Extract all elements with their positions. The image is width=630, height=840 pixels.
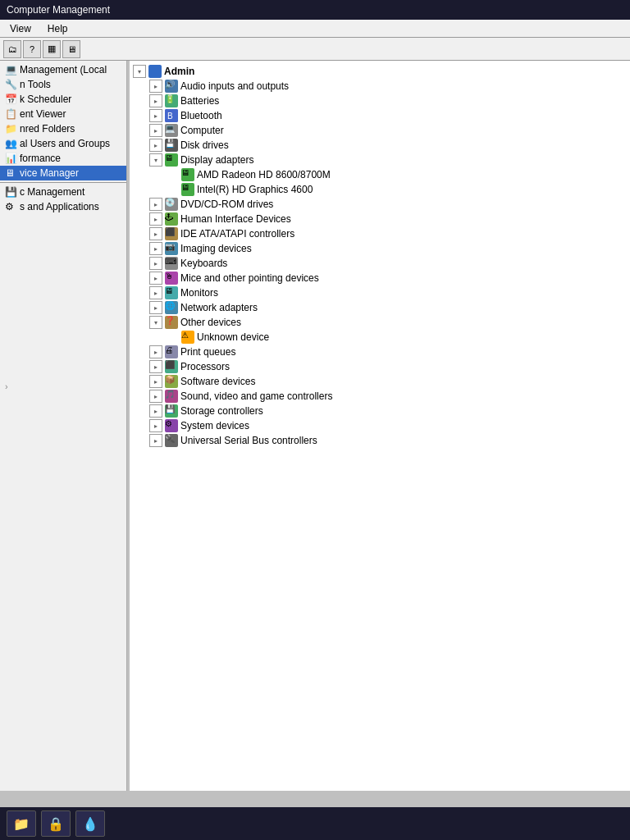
network-icon: 🌐 — [165, 301, 178, 314]
sidebar-item-performance[interactable]: 📊 formance — [0, 151, 126, 166]
taskbar-btn-lock[interactable]: 🔒 — [41, 810, 71, 837]
tree-item-system-devices[interactable]: ⚙ System devices — [149, 418, 627, 433]
mice-expander[interactable] — [149, 272, 162, 285]
dvd-expander[interactable] — [149, 198, 162, 211]
tree-item-amd-radeon[interactable]: 🖥 AMD Radeon HD 8600/8700M — [166, 167, 627, 182]
hid-icon: 🕹 — [165, 212, 178, 226]
system-devices-expander[interactable] — [149, 419, 162, 432]
tree-item-display-adapters[interactable]: 🖥 Display adapters — [149, 153, 627, 167]
sound-label: Sound, video and game controllers — [180, 390, 332, 402]
sidebar: 💻 Management (Local 🔧 n Tools 📅 k Schedu… — [0, 61, 127, 791]
sidebar-item-event-viewer[interactable]: 📋 ent Viewer — [0, 107, 126, 121]
batteries-label: Batteries — [180, 95, 219, 107]
mice-label: Mice and other pointing devices — [180, 272, 319, 284]
imaging-label: Imaging devices — [180, 243, 252, 254]
taskbar-btn-info[interactable]: 💧 — [75, 810, 105, 837]
tree-item-disk-drives[interactable]: 💾 Disk drives — [149, 138, 627, 153]
scheduler-icon: 📅 — [5, 94, 16, 105]
sound-expander[interactable] — [149, 390, 162, 403]
usb-expander[interactable] — [149, 434, 162, 447]
tree-item-sound[interactable]: 🎵 Sound, video and game controllers — [149, 389, 627, 404]
unknown-device-icon: ⚠ — [181, 331, 194, 344]
sidebar-label-disk-management: c Management — [20, 186, 84, 198]
sidebar-item-management-local[interactable]: 💻 Management (Local — [0, 62, 126, 77]
network-expander[interactable] — [149, 301, 162, 314]
tree-item-other-devices[interactable]: ❓ Other devices — [149, 315, 627, 330]
monitors-expander[interactable] — [149, 286, 162, 299]
sidebar-item-device-manager[interactable]: 🖥 vice Manager — [0, 166, 126, 180]
svg-text:B: B — [167, 112, 173, 121]
toolbar-btn-monitor[interactable]: 🖥 — [62, 40, 80, 58]
computer-expander[interactable] — [149, 124, 162, 137]
keyboards-icon: ⌨ — [165, 257, 178, 270]
print-queues-expander[interactable] — [149, 345, 162, 358]
imaging-expander[interactable] — [149, 242, 162, 255]
keyboards-expander[interactable] — [149, 257, 162, 270]
tree-item-intel-hd[interactable]: 🖥 Intel(R) HD Graphics 4600 — [166, 182, 627, 197]
device-manager-icon: 🖥 — [5, 167, 16, 179]
display-adapters-icon: 🖥 — [165, 153, 178, 167]
toolbar: 🗂 ? ▦ 🖥 — [0, 38, 630, 61]
tree-item-audio[interactable]: 🔊 Audio inputs and outputs — [149, 79, 627, 94]
admin-expander[interactable] — [133, 65, 146, 78]
tree-item-mice[interactable]: 🖱 Mice and other pointing devices — [149, 271, 627, 285]
tree-root-admin[interactable]: Admin — [133, 64, 627, 79]
system-devices-label: System devices — [180, 420, 249, 431]
tree-item-hid[interactable]: 🕹 Human Interface Devices — [149, 212, 627, 226]
tree-item-monitors[interactable]: 🖥 Monitors — [149, 285, 627, 300]
amd-radeon-expander — [166, 168, 179, 181]
software-devices-label: Software devices — [180, 376, 255, 387]
print-queues-icon: 🖨 — [165, 345, 178, 358]
tree-item-unknown-device[interactable]: ⚠ Unknown device — [166, 330, 627, 345]
unknown-device-label: Unknown device — [197, 331, 269, 343]
batteries-icon: 🔋 — [165, 94, 178, 107]
disk-drives-icon: 💾 — [165, 139, 178, 152]
storage-expander[interactable] — [149, 404, 162, 418]
dvd-label: DVD/CD-ROM drives — [180, 199, 273, 210]
display-adapters-expander[interactable] — [149, 153, 162, 167]
taskbar-btn-file-manager[interactable]: 📁 — [7, 810, 36, 837]
menu-help[interactable]: Help — [44, 21, 71, 36]
tree-item-ide[interactable]: ⬛ IDE ATA/ATAPI controllers — [149, 226, 627, 241]
storage-icon: 💾 — [165, 404, 178, 418]
bluetooth-icon: B — [165, 109, 178, 122]
tree-item-computer[interactable]: 💻 Computer — [149, 123, 627, 138]
tree-item-processors[interactable]: ⬛ Processors — [149, 359, 627, 374]
sidebar-item-scheduler[interactable]: 📅 k Scheduler — [0, 92, 126, 107]
tree-item-batteries[interactable]: 🔋 Batteries — [149, 94, 627, 108]
tree-item-imaging[interactable]: 📷 Imaging devices — [149, 241, 627, 256]
batteries-expander[interactable] — [149, 94, 162, 107]
tree-item-network[interactable]: 🌐 Network adapters — [149, 300, 627, 315]
processors-icon: ⬛ — [165, 360, 178, 373]
toolbar-btn-grid[interactable]: ▦ — [43, 40, 61, 58]
tree-item-storage[interactable]: 💾 Storage controllers — [149, 404, 627, 418]
title-bar: Computer Management — [0, 0, 630, 20]
sidebar-item-local-users[interactable]: 👥 al Users and Groups — [0, 136, 126, 151]
ide-expander[interactable] — [149, 227, 162, 240]
tree-item-print-queues[interactable]: 🖨 Print queues — [149, 345, 627, 359]
bluetooth-label: Bluetooth — [180, 110, 222, 121]
bluetooth-expander[interactable] — [149, 109, 162, 122]
sidebar-item-tools[interactable]: 🔧 n Tools — [0, 77, 126, 92]
sidebar-item-services-apps[interactable]: ⚙ s and Applications — [0, 199, 126, 214]
tree-item-dvd[interactable]: 💿 DVD/CD-ROM drives — [149, 197, 627, 212]
tree-item-bluetooth[interactable]: B Bluetooth — [149, 108, 627, 123]
menu-view[interactable]: View — [7, 21, 34, 36]
other-devices-expander[interactable] — [149, 316, 162, 329]
tree-item-usb[interactable]: 🔌 Universal Serial Bus controllers — [149, 433, 627, 448]
usb-icon: 🔌 — [165, 434, 178, 447]
audio-expander[interactable] — [149, 80, 162, 93]
menu-bar: View Help — [0, 20, 630, 38]
tree-item-keyboards[interactable]: ⌨ Keyboards — [149, 256, 627, 271]
disk-drives-expander[interactable] — [149, 139, 162, 152]
toolbar-btn-help[interactable]: ? — [23, 40, 41, 58]
sidebar-item-disk-management[interactable]: 💾 c Management — [0, 185, 126, 199]
processors-expander[interactable] — [149, 360, 162, 373]
tree-item-software-devices[interactable]: 📦 Software devices — [149, 374, 627, 389]
hid-expander[interactable] — [149, 212, 162, 226]
toolbar-btn-folder[interactable]: 🗂 — [3, 40, 21, 58]
unknown-device-expander — [166, 331, 179, 344]
computer-icon: 💻 — [165, 124, 178, 137]
software-devices-expander[interactable] — [149, 375, 162, 388]
sidebar-item-shared-folders[interactable]: 📁 nred Folders — [0, 121, 126, 136]
